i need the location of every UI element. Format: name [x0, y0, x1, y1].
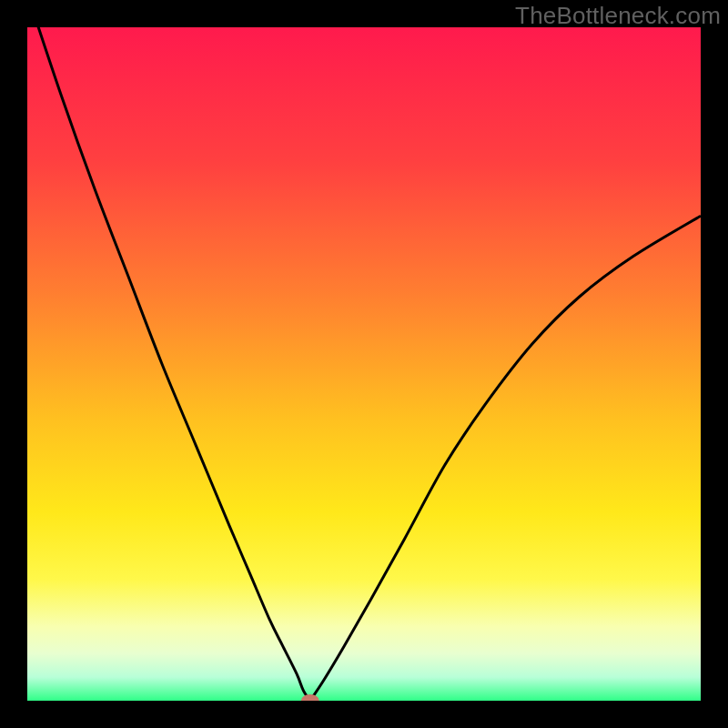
plot-area	[27, 27, 701, 701]
chart-background	[27, 27, 701, 701]
bottleneck-chart	[27, 27, 701, 701]
chart-frame: TheBottleneck.com	[0, 0, 728, 728]
watermark-text: TheBottleneck.com	[515, 2, 721, 30]
